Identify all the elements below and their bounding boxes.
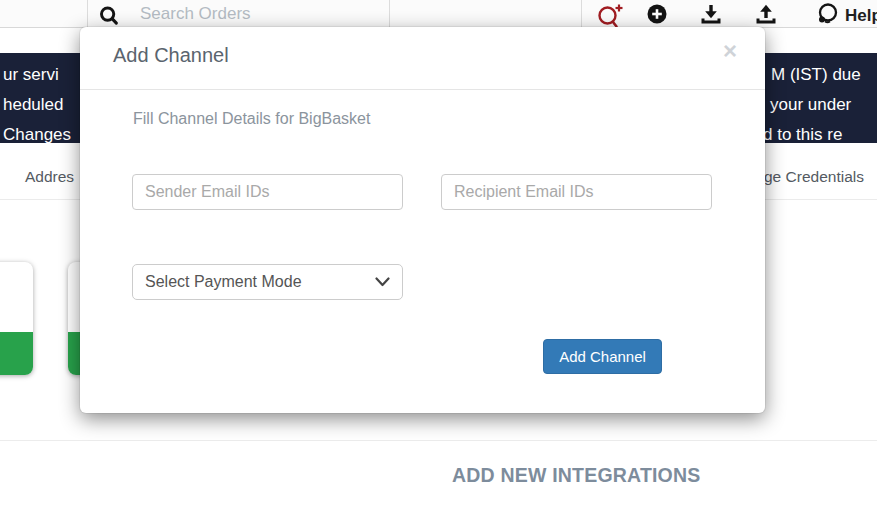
- banner-line: heduled: [3, 90, 71, 120]
- upload-icon[interactable]: [754, 3, 778, 30]
- download-icon[interactable]: [699, 3, 723, 30]
- section-divider: [0, 440, 877, 441]
- search-orders-input[interactable]: Search Orders: [140, 4, 251, 24]
- close-icon[interactable]: ×: [723, 37, 737, 65]
- tab-addresses[interactable]: Addres: [25, 168, 74, 186]
- integration-card[interactable]: [0, 262, 33, 375]
- add-icon[interactable]: [646, 3, 668, 29]
- payment-mode-selected-value: Select Payment Mode: [145, 273, 375, 291]
- recipient-email-input[interactable]: [441, 174, 712, 210]
- tab-change-credentials[interactable]: ge Credentials: [764, 168, 864, 186]
- sender-email-input[interactable]: [132, 174, 403, 210]
- topbar-divider: [87, 0, 88, 28]
- topbar-divider: [389, 0, 390, 28]
- modal-title: Add Channel: [113, 44, 229, 67]
- banner-line: ur servi: [3, 60, 71, 90]
- chevron-down-icon: [375, 273, 390, 291]
- help-button[interactable]: Help: [817, 2, 877, 30]
- banner-line: your under: [763, 90, 861, 120]
- topbar-divider: [581, 0, 582, 28]
- add-channel-modal: Add Channel × Fill Channel Details for B…: [80, 27, 765, 413]
- payment-mode-select[interactable]: Select Payment Mode: [132, 264, 403, 300]
- banner-line: M (IST) due: [763, 60, 861, 90]
- banner-text-right: M (IST) due your under d to this re: [763, 60, 861, 150]
- banner-text-left: ur servi heduled Changes: [3, 60, 71, 150]
- add-new-integrations-heading: ADD NEW INTEGRATIONS: [452, 464, 700, 487]
- headset-icon: [817, 2, 839, 30]
- integration-card-action[interactable]: [0, 332, 33, 375]
- modal-header: Add Channel ×: [80, 27, 765, 90]
- add-channel-submit-button[interactable]: Add Channel: [543, 339, 662, 374]
- modal-subtitle: Fill Channel Details for BigBasket: [133, 110, 370, 128]
- topbar: Search Orders: [0, 0, 877, 28]
- help-label: Help: [845, 6, 877, 26]
